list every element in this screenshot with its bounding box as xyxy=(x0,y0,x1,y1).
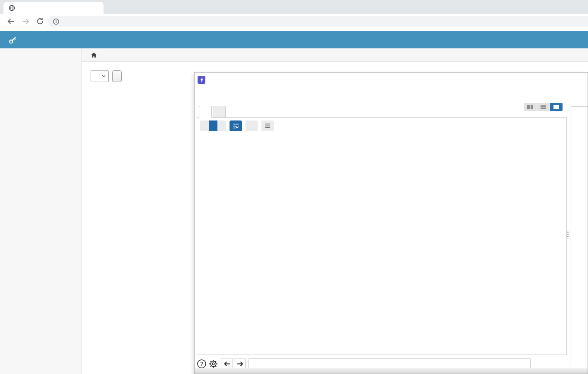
select-caret-icon xyxy=(102,75,106,78)
inspector-divider[interactable] xyxy=(570,100,570,367)
browser-tab-strip xyxy=(0,0,588,14)
page-info-icon[interactable] xyxy=(53,18,60,25)
back-icon[interactable] xyxy=(7,17,15,25)
divider-grip-icon[interactable] xyxy=(567,231,569,238)
key-icon xyxy=(9,36,17,44)
help-icon[interactable]: ? xyxy=(197,359,207,369)
inspector-panel xyxy=(571,73,588,367)
word-wrap-button[interactable] xyxy=(230,120,242,131)
query-button[interactable] xyxy=(112,70,122,82)
hex-button[interactable] xyxy=(217,120,226,131)
layout-toggle-group xyxy=(524,103,563,111)
raw-button[interactable] xyxy=(209,120,217,131)
reload-icon[interactable] xyxy=(36,17,44,25)
editor-menu-icon[interactable] xyxy=(261,120,274,131)
lightning-bolt-icon xyxy=(198,76,205,84)
svg-text:?: ? xyxy=(200,361,203,367)
newline-toggle-button[interactable] xyxy=(245,120,258,131)
new-tab-button[interactable] xyxy=(109,2,120,13)
url-bar[interactable] xyxy=(47,16,588,27)
sidebar xyxy=(0,48,82,374)
home-icon[interactable] xyxy=(91,52,97,58)
main-content xyxy=(82,62,194,86)
request-editor xyxy=(197,117,567,355)
tab-response[interactable] xyxy=(213,106,226,118)
app-header xyxy=(0,31,588,48)
tab-request[interactable] xyxy=(199,106,212,118)
pretty-button[interactable] xyxy=(200,120,209,131)
breadcrumb xyxy=(82,48,588,62)
inspector-sections xyxy=(571,106,588,107)
burp-window-footer xyxy=(195,368,588,374)
layout-rows-button[interactable] xyxy=(537,103,550,111)
userid-select[interactable] xyxy=(91,70,109,82)
layout-single-button[interactable] xyxy=(550,103,563,111)
settings-gear-icon[interactable] xyxy=(208,359,218,369)
forward-icon[interactable] xyxy=(22,17,30,25)
tab-favicon-globe-icon xyxy=(9,5,15,11)
burp-repeater-window: ? xyxy=(194,72,588,374)
browser-tab[interactable] xyxy=(3,2,104,14)
search-input[interactable] xyxy=(248,358,531,369)
layout-columns-button[interactable] xyxy=(524,103,537,111)
request-text-area[interactable] xyxy=(197,135,564,354)
